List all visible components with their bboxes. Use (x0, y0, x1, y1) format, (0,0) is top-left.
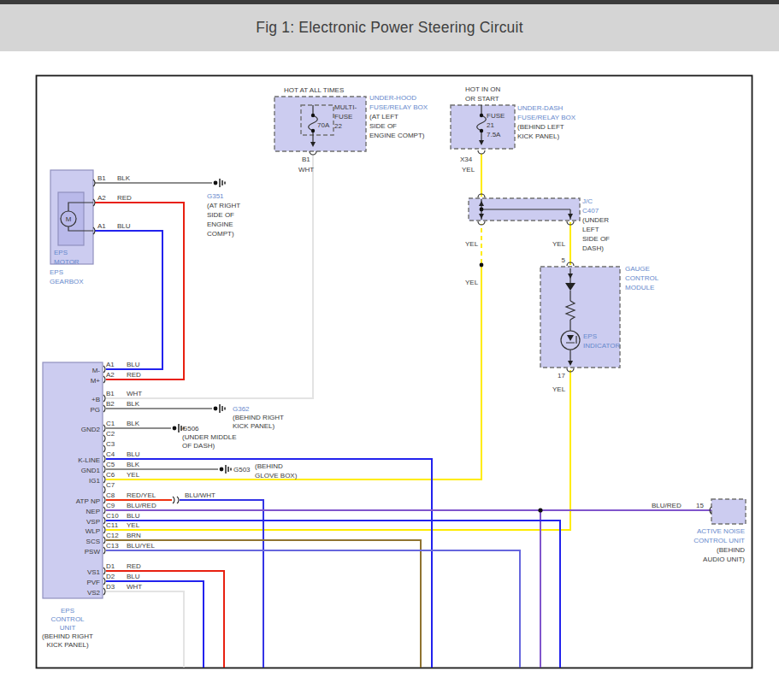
pin-b1-label: B1 (302, 156, 310, 163)
eps-motor-label: EPS (54, 249, 68, 256)
pin-id: C4 (106, 450, 115, 458)
connector-arcs (478, 221, 574, 225)
under-hood-loc: FUSE/RELAY BOX (369, 103, 428, 111)
pin-x34-label: X34 (460, 156, 473, 163)
pin-id: D2 (106, 573, 115, 580)
wire-color-label: BLU (127, 573, 140, 580)
pin-name: NEP (86, 508, 100, 515)
wire-yel-wlp-gauge17 (106, 370, 570, 530)
g351-label: G351 (207, 192, 224, 200)
pin-id: C9 (106, 502, 115, 509)
connector-arc (478, 150, 485, 154)
g362-loc: (BEHIND RIGHT (233, 414, 284, 421)
under-hood-loc: (AT LEFT (369, 113, 398, 121)
eps-unit-loc: KICK PANEL) (46, 641, 89, 649)
under-hood-loc: ENGINE COMPT) (369, 132, 425, 139)
pin-label: B1 (97, 174, 106, 182)
pin-id: D1 (106, 562, 115, 570)
under-dash-loc: KICK PANEL) (517, 132, 560, 140)
ground-symbol-g362 (214, 404, 225, 413)
hot-at-all-times-label: HOT AT ALL TIMES (284, 86, 344, 94)
pin-id: C1 (106, 420, 115, 427)
wire-color-label: BLK (127, 400, 140, 408)
g503-label: G503 (233, 466, 251, 474)
ground-symbol-g351 (214, 179, 225, 187)
wire-color-label: BLU (117, 222, 131, 230)
gauge-module-label: CONTROL (625, 274, 659, 282)
anc-loc: AUDIO UNIT) (703, 556, 745, 563)
wire-color-label: BLU/WHT (185, 491, 215, 499)
pin-5-label: 5 (562, 256, 566, 264)
pin-id: C3 (106, 440, 115, 448)
wire-color-label: BLU/YEL (127, 542, 155, 550)
pin-name: GND1 (81, 467, 101, 474)
eps-unit-label: EPS (61, 607, 74, 615)
pin-name: PG (90, 406, 100, 414)
g351-loc: COMPT) (207, 230, 234, 238)
pin-name: VS1 (87, 568, 101, 576)
g506-loc: OF DASH) (182, 442, 215, 450)
pin-name: M+ (91, 377, 101, 385)
under-dash-loc: UNDER-DASH (517, 104, 564, 112)
wire-color-label: RED/YEL (127, 491, 156, 499)
pin-name: K-LINE (78, 456, 100, 464)
fuse-21-num: 21 (487, 121, 494, 129)
pin-id: C7 (106, 481, 115, 489)
g362-loc: KICK PANEL) (233, 422, 275, 430)
pin-15-label: 15 (696, 502, 704, 509)
gauge-control-module-box (540, 267, 620, 368)
jc-loc: DASH) (582, 244, 604, 252)
gauge-module-label: GAUGE (625, 265, 650, 273)
pin-id: C10 (106, 512, 119, 520)
active-noise-control-box (711, 499, 746, 524)
jc-loc: LEFT (582, 226, 599, 233)
g506-label: G506 (182, 425, 199, 432)
ground-symbol-g503 (220, 465, 231, 474)
pin-name: VS2 (87, 589, 101, 597)
pin-id: C2 (106, 430, 115, 438)
multi-fuse-amps: 70A (317, 121, 330, 129)
fuse-dot (480, 114, 483, 117)
multi-fuse-label: FUSE (334, 113, 352, 121)
pin-id: C11 (106, 521, 119, 529)
pin-name: ATP NP (76, 497, 100, 505)
wire-color-label: RED (127, 371, 141, 379)
wire-wht-vs2 (106, 591, 184, 668)
wire-color-label: BLU (127, 361, 140, 368)
wire-blu-kline (106, 459, 432, 668)
wire-color-label: BLK (117, 174, 131, 182)
yel-wire-label: YEL (462, 166, 475, 174)
pin-id: A1 (106, 361, 115, 368)
wire-blu-vsp (106, 521, 560, 668)
g351-loc: (AT RIGHT (207, 202, 240, 209)
pin-name: WLP (86, 527, 100, 535)
eps-indicator-label: EPS (583, 332, 597, 340)
jc-loc: SIDE OF (582, 235, 610, 243)
pin-name: SCS (86, 538, 100, 545)
jc-label: C407 (582, 207, 599, 215)
wire-bluyel-psw (106, 550, 520, 668)
anc-label: ACTIVE NOISE (697, 527, 745, 535)
inline-connector-icon (173, 497, 179, 503)
pin-label: A2 (97, 194, 106, 202)
fuse-21-amps: 7.5A (487, 131, 501, 138)
wire-color-label: WHT (127, 390, 142, 397)
pin-id: C6 (106, 471, 115, 479)
pin-label: A1 (97, 222, 106, 230)
page: Fig 1: Electronic Power Steering Circuit (0, 0, 779, 700)
under-hood-loc: SIDE OF (369, 122, 397, 130)
wire-color-label: WHT (127, 583, 142, 591)
motor-m-label: M (66, 215, 72, 223)
pin-name: IG1 (89, 477, 100, 485)
g503-loc: (BEHIND (255, 462, 283, 470)
multi-fuse-num: 22 (334, 122, 342, 130)
eps-unit-pin-arcs (103, 366, 105, 595)
wire-red-motor (95, 203, 184, 379)
yel-wire-label: YEL (552, 385, 566, 393)
eps-unit-label: CONTROL (50, 615, 85, 623)
wire-blu-motor (95, 231, 162, 369)
hot-in-on-label: HOT IN ON (465, 85, 500, 93)
pin-name: VSP (86, 518, 100, 526)
yel-splice-dot (480, 263, 484, 268)
pin-name: +B (91, 396, 100, 403)
